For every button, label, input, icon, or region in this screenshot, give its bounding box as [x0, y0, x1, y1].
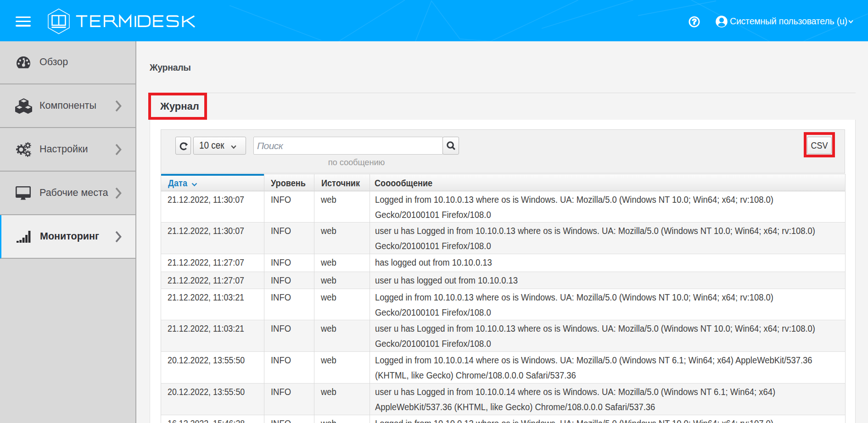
svg-text:?: ? — [692, 17, 696, 26]
